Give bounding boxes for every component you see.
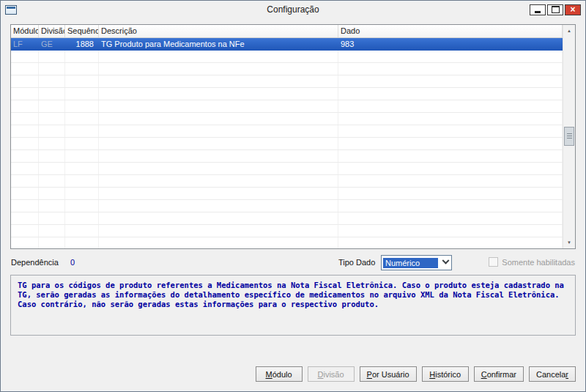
table-cell xyxy=(39,150,65,162)
grid-empty-rows xyxy=(11,51,563,248)
table-cell xyxy=(11,225,39,237)
table-cell xyxy=(99,113,338,125)
table-row[interactable] xyxy=(11,63,563,75)
table-cell xyxy=(39,200,65,212)
tipo-dado-selected-value[interactable]: Numérico xyxy=(383,258,438,268)
table-row[interactable] xyxy=(11,225,563,237)
scroll-up-icon[interactable]: ▲ xyxy=(563,25,575,37)
vertical-scrollbar[interactable]: ▲ ▼ xyxy=(563,25,575,248)
divisao-button: Divisão xyxy=(308,366,355,382)
maximize-button[interactable] xyxy=(547,4,563,15)
table-cell xyxy=(338,212,563,224)
table-cell xyxy=(65,113,99,125)
table-cell xyxy=(39,125,65,137)
table-cell xyxy=(11,100,39,112)
column-header-modulo[interactable]: Módulo xyxy=(11,25,39,37)
table-cell xyxy=(65,100,99,112)
column-header-descricao[interactable]: Descrição xyxy=(99,25,338,37)
table-cell xyxy=(11,88,39,100)
table-row[interactable] xyxy=(11,188,563,200)
table-cell xyxy=(338,163,563,174)
label-key: M xyxy=(266,370,272,379)
label-key: r xyxy=(565,370,568,379)
cancelar-button[interactable]: Cancelar xyxy=(529,366,576,382)
minimize-button[interactable] xyxy=(530,4,546,15)
table-cell xyxy=(39,163,65,174)
table-cell xyxy=(39,212,65,224)
tipo-dado-label: Tipo Dado xyxy=(338,258,375,267)
table-cell xyxy=(65,150,99,162)
table-cell xyxy=(11,175,39,187)
app-icon xyxy=(5,5,17,15)
tipo-dado-select[interactable]: Numérico xyxy=(381,255,452,270)
table-row[interactable] xyxy=(11,51,563,63)
table-row[interactable] xyxy=(11,237,563,248)
table-cell xyxy=(11,75,39,87)
table-cell xyxy=(338,138,563,149)
table-cell xyxy=(338,51,563,62)
confirmar-button[interactable]: Confirmar xyxy=(474,366,524,382)
table-row[interactable] xyxy=(11,75,563,88)
table-cell xyxy=(65,163,99,174)
table-row[interactable] xyxy=(11,113,563,125)
table-cell xyxy=(99,212,338,224)
table-row-selected[interactable]: LF GE 1888 TG Produto para Medicamentos … xyxy=(11,38,563,51)
column-header-dado[interactable]: Dado xyxy=(338,25,563,37)
table-cell xyxy=(338,88,563,100)
table-row[interactable] xyxy=(11,125,563,138)
chevron-down-icon xyxy=(442,257,449,265)
table-cell xyxy=(99,225,338,237)
cell-modulo: LF xyxy=(11,38,39,50)
scrollbar-track[interactable] xyxy=(563,37,575,237)
table-cell xyxy=(65,138,99,149)
cell-sequencia: 1888 xyxy=(65,38,99,50)
table-cell xyxy=(99,75,338,87)
column-header-divisao[interactable]: Divisão xyxy=(39,25,65,37)
table-cell xyxy=(11,200,39,212)
table-cell xyxy=(65,212,99,224)
table-row[interactable] xyxy=(11,138,563,150)
column-header-sequencia[interactable]: Sequência xyxy=(65,25,99,37)
table-cell xyxy=(99,88,338,100)
table-cell xyxy=(338,200,563,212)
modulo-button[interactable]: Módulo xyxy=(256,366,303,382)
table-cell xyxy=(99,51,338,62)
table-cell xyxy=(65,188,99,199)
table-row[interactable] xyxy=(11,212,563,225)
table-cell xyxy=(39,51,65,62)
label-pre: Cancela xyxy=(536,370,565,379)
scrollbar-thumb[interactable] xyxy=(564,127,574,146)
table-cell xyxy=(338,100,563,112)
configuration-table: Módulo Divisão Sequência Descrição Dado … xyxy=(10,24,576,249)
dependencia-label: Dependência xyxy=(11,258,59,267)
dependencia-value: 0 xyxy=(70,258,75,267)
table-cell xyxy=(99,63,338,75)
description-panel: TG para os códigos de produto referentes… xyxy=(10,275,576,336)
title-bar[interactable]: Configuração × xyxy=(1,1,585,18)
scroll-down-icon[interactable]: ▼ xyxy=(563,237,575,248)
close-button[interactable]: × xyxy=(565,4,581,15)
combo-dropdown-button[interactable] xyxy=(440,256,451,270)
table-cell xyxy=(39,138,65,149)
table-cell xyxy=(99,100,338,112)
table-cell xyxy=(99,188,338,199)
por-usuario-button[interactable]: Por Usuário xyxy=(360,366,417,382)
table-row[interactable] xyxy=(11,163,563,175)
table-cell xyxy=(39,88,65,100)
table-main: Módulo Divisão Sequência Descrição Dado … xyxy=(11,25,563,248)
label-post: istórico xyxy=(435,370,461,379)
table-row[interactable] xyxy=(11,175,563,188)
table-cell xyxy=(65,200,99,212)
table-cell xyxy=(11,163,39,174)
cell-divisao: GE xyxy=(39,38,65,50)
table-row[interactable] xyxy=(11,150,563,163)
table-cell xyxy=(338,125,563,137)
table-cell xyxy=(39,75,65,87)
table-cell xyxy=(11,138,39,149)
table-row[interactable] xyxy=(11,100,563,113)
historico-button[interactable]: Histórico xyxy=(422,366,469,382)
table-row[interactable] xyxy=(11,88,563,100)
description-text: TG para os códigos de produto referentes… xyxy=(18,281,564,308)
cell-descricao: TG Produto para Medicamentos na NFe xyxy=(99,38,338,50)
table-row[interactable] xyxy=(11,200,563,212)
